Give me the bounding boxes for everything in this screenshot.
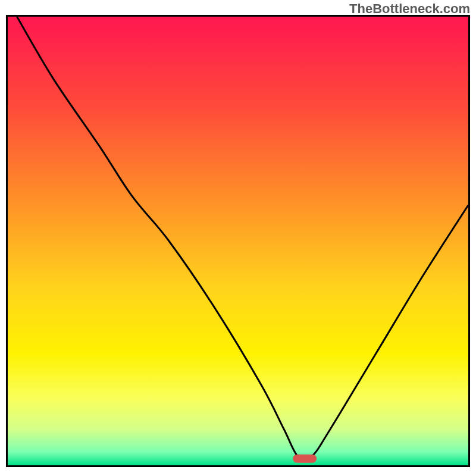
chart-container: TheBottleneck.com [0, 0, 476, 476]
gradient-background [0, 0, 476, 476]
watermark-text: TheBottleneck.com [349, 1, 470, 17]
svg-rect-0 [8, 17, 468, 465]
